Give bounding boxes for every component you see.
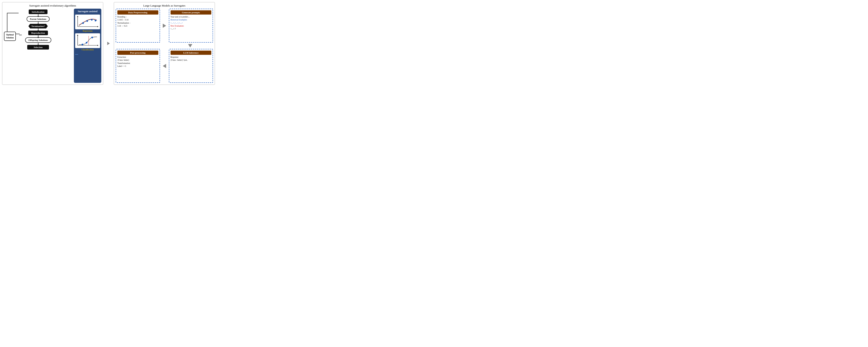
data-preprocessing-content: Rounding： 3.1415→3.14 Normalization： 3.1… [117, 15, 158, 27]
surrogate-title: Surrogate assisted [78, 10, 97, 13]
svg-point-13 [82, 44, 83, 45]
top-connector [161, 9, 167, 43]
svg-marker-2 [77, 16, 78, 17]
generate-prompts-title: Generate prompts [170, 10, 212, 14]
arrow-down-1 [188, 44, 192, 47]
data-preprocessing-box: Data Preprocessing Rounding： 3.1415→3.14… [116, 9, 160, 43]
data-preprocessing-title: Data Preprocessing [117, 10, 158, 14]
right-top-row: Data Preprocessing Rounding： 3.1415→3.14… [116, 9, 213, 43]
arrow1 [38, 14, 38, 16]
left-content: Initialization Parent Solutions Terminat… [4, 9, 101, 83]
left-panel-title: Surrogate assisted evolutionary algorith… [29, 4, 76, 7]
initialization-box: Initialization [29, 9, 48, 14]
right-panel-title: Large Language Models as Surrogates [116, 4, 213, 7]
classification-chart [75, 33, 100, 48]
termination-item: Termination? [29, 24, 48, 29]
svg-point-15 [91, 36, 93, 38]
arrow2 [38, 22, 38, 24]
svg-marker-10 [77, 35, 78, 36]
arrow-right-1 [163, 24, 166, 28]
surrogate-panel: Surrogate assisted [74, 9, 101, 83]
initialization-item: Initialization [29, 9, 48, 14]
left-panel: Surrogate assisted evolutionary algorith… [2, 2, 103, 85]
flow-diagram: Initialization Parent Solutions Terminat… [4, 9, 72, 83]
classification-label: Classification [82, 48, 94, 51]
llm-inference-content: Response: {Class : better}<|eot.. [170, 56, 212, 62]
post-processing-content: Extraction: {Class: better} Transformati… [117, 56, 158, 68]
main-container: Surrogate assisted evolutionary algorith… [2, 2, 215, 85]
svg-point-7 [95, 20, 96, 21]
middle-connector-row [116, 43, 213, 49]
right-bottom-row: Post-processing Extraction: {Class: bett… [116, 49, 213, 83]
llm-inference-title: LLM Inference [170, 50, 212, 55]
svg-marker-3 [97, 26, 98, 27]
regression-chart [75, 14, 100, 29]
right-panel: Large Language Models as Surrogates Data… [114, 2, 215, 85]
center-arrow [107, 42, 110, 45]
generate-prompts-content: Your task is to predict… Historical Exam… [170, 15, 212, 30]
svg-point-14 [86, 42, 87, 43]
optimal-solution-box: Optimal Solution [4, 32, 16, 41]
arrow4 [38, 35, 38, 37]
llm-inference-box: LLM Inference Response: {Class : better}… [169, 49, 213, 83]
arrow-left-1 [163, 64, 166, 68]
svg-point-6 [91, 19, 93, 21]
svg-point-4 [82, 22, 84, 24]
post-processing-title: Post-processing [117, 50, 158, 55]
flow-items: Initialization Parent Solutions Terminat… [4, 9, 72, 49]
termination-box: Termination? [29, 24, 48, 29]
regression-label: Regression [83, 30, 92, 32]
generate-prompts-box: Generate prompts Your task is to predict… [169, 9, 213, 43]
svg-marker-11 [97, 45, 98, 46]
post-processing-box: Post-processing Extraction: {Class: bett… [116, 49, 160, 83]
arrow5 [38, 43, 38, 45]
arrow3 [38, 29, 38, 31]
bottom-connector [161, 49, 167, 83]
svg-point-5 [86, 20, 88, 22]
